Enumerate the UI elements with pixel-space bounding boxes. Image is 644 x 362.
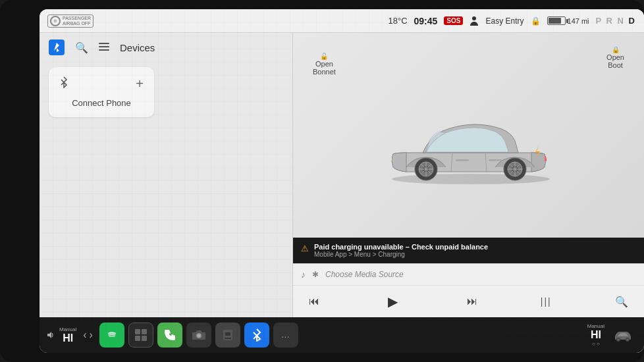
svg-rect-35 — [225, 332, 230, 336]
play-button[interactable]: ▶ — [383, 291, 403, 312]
svg-point-3 — [472, 16, 476, 20]
panel-toolbar: 🔍 Devices — [40, 33, 292, 62]
menu-icon[interactable] — [99, 41, 109, 53]
volume-right-display: Manual HI ○ ○ — [587, 323, 604, 347]
svg-point-40 — [627, 339, 629, 341]
lock-icon: 🔒 — [531, 16, 541, 26]
volume-left-control[interactable] — [46, 330, 55, 340]
connect-phone-card[interactable]: + Connect Phone — [49, 67, 154, 117]
right-arrow-icon[interactable]: › — [90, 329, 93, 341]
media-controls: ⏮ ▶ ⏭ ||| 🔍 — [293, 286, 644, 317]
sos-button[interactable]: SOS — [444, 16, 463, 25]
airbag-icon: ⊕ PASSENGERAIRBAG OFF — [47, 14, 94, 28]
device-card-top: + — [59, 76, 144, 91]
nav-arrows[interactable]: ‹ › — [83, 329, 93, 341]
svg-rect-4 — [99, 43, 109, 44]
connect-phone-label: Connect Phone — [72, 98, 131, 108]
music-note-icon: ♪ — [301, 269, 306, 280]
svg-rect-30 — [135, 336, 140, 341]
search-icon[interactable]: 🔍 — [75, 41, 88, 54]
car-icon-button[interactable] — [608, 328, 637, 342]
next-track-button[interactable]: ⏭ — [462, 293, 483, 310]
svg-point-33 — [197, 334, 200, 338]
svg-rect-29 — [142, 329, 147, 334]
open-bonnet-button[interactable]: 🔓 Open Bonnet — [313, 53, 336, 76]
warning-main-text: Paid charging unavailable – Check unpaid… — [314, 243, 488, 251]
warning-sub-text: Mobile App > Menu > Charging — [314, 251, 488, 258]
more-dots-label: ... — [281, 330, 290, 340]
phone-app-button[interactable] — [157, 323, 182, 348]
volume-icon — [46, 330, 55, 340]
svg-rect-6 — [99, 49, 109, 51]
svg-rect-26 — [489, 159, 502, 161]
bluetooth-panel: 🔍 Devices — [40, 33, 293, 317]
battery-display: 147 mi — [547, 16, 589, 25]
easy-entry-label: Easy Entry — [485, 16, 523, 26]
svg-rect-25 — [456, 159, 469, 161]
equalizer-icon: ||| — [541, 296, 552, 307]
open-boot-button[interactable]: 🔒 Open Boot — [606, 46, 624, 69]
volume-hi-label-right: HI — [591, 329, 601, 341]
gear-selector: P R N D — [596, 16, 636, 26]
bonnet-icon: 🔓 — [313, 53, 336, 60]
left-arrow-icon[interactable]: ‹ — [83, 329, 86, 341]
device-bluetooth-icon — [59, 76, 68, 91]
time-display: 09:45 — [414, 16, 438, 26]
temperature-display: 18°C — [389, 16, 408, 26]
volume-hi-label-left: HI — [63, 332, 73, 344]
airbag-circle: ⊕ — [50, 16, 61, 26]
prev-track-button[interactable]: ⏮ — [304, 293, 325, 310]
camera-app-button[interactable] — [186, 323, 211, 348]
car-panel: 🔓 Open Bonnet 🔒 Open Boot — [293, 33, 644, 317]
bluetooth-app-button[interactable] — [244, 323, 269, 348]
boot-icon: 🔒 — [606, 46, 624, 53]
svg-point-39 — [618, 339, 620, 341]
stereo-dots: ○ ○ — [592, 341, 600, 347]
car-image — [373, 82, 564, 190]
more-apps-button[interactable]: ... — [273, 323, 298, 348]
battery-icon — [547, 16, 566, 25]
media-source-row: ♪ ✱ Choose Media Source — [293, 264, 644, 286]
devices-area: + Connect Phone — [40, 62, 292, 317]
svg-point-7 — [392, 174, 550, 184]
svg-rect-31 — [142, 336, 147, 341]
media-player: ♪ ✱ Choose Media Source ⏮ ▶ ⏭ ||| 🔍 — [293, 263, 644, 317]
volume-manual-label-left: Manual — [59, 326, 76, 332]
svg-rect-5 — [99, 46, 109, 47]
search-media-button[interactable]: 🔍 — [610, 293, 633, 311]
main-content: 🔍 Devices — [40, 33, 644, 317]
car-view-area: 🔓 Open Bonnet 🔒 Open Boot — [293, 33, 644, 238]
usb-app-button[interactable] — [215, 323, 240, 348]
screen: ⊕ PASSENGERAIRBAG OFF 18°C 09:45 SOS Eas… — [40, 9, 644, 353]
devices-title: Devices — [120, 42, 155, 53]
warning-triangle-icon: ⚠ — [301, 244, 309, 253]
media-source-label[interactable]: Choose Media Source — [325, 270, 404, 279]
battery-mileage: 147 mi — [568, 17, 589, 25]
bluetooth-active-icon[interactable] — [49, 39, 65, 55]
airbag-label: PASSENGERAIRBAG OFF — [63, 16, 91, 26]
charging-warning: ⚠ Paid charging unavailable – Check unpa… — [293, 238, 644, 263]
volume-manual-label-right: Manual — [587, 323, 604, 329]
bezel: ≡D≡ ⊕ PASSENGERAIRBAG OFF 18°C 09:45 SOS — [0, 0, 644, 362]
svg-rect-28 — [135, 329, 140, 334]
grid-app-button[interactable] — [128, 323, 153, 348]
driver-icon — [470, 16, 479, 26]
add-device-icon[interactable]: + — [136, 76, 144, 91]
svg-rect-36 — [225, 338, 231, 339]
spotify-app-button[interactable] — [99, 323, 124, 348]
taskbar: Manual HI ‹ › — [40, 317, 644, 353]
media-asterisk: ✱ — [312, 270, 319, 279]
volume-left-display: Manual HI — [59, 326, 76, 344]
status-bar: ⊕ PASSENGERAIRBAG OFF 18°C 09:45 SOS Eas… — [40, 9, 644, 33]
